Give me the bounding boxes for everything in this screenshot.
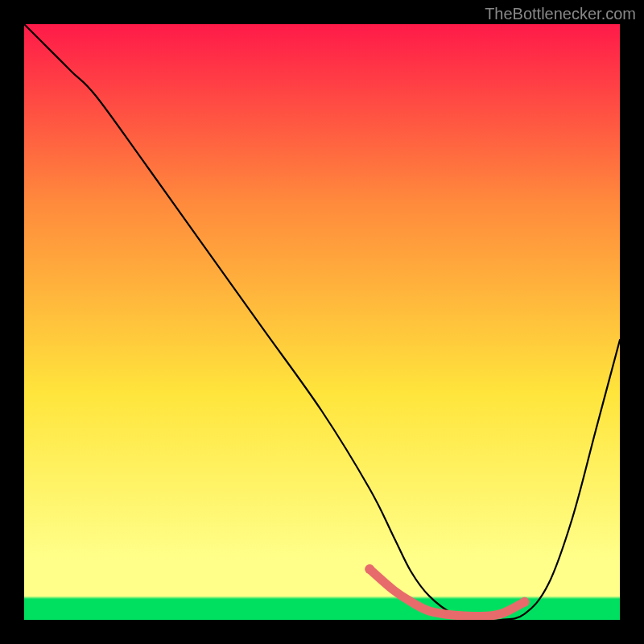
chart-svg: [24, 24, 620, 620]
svg-rect-0: [24, 24, 620, 620]
chart-area: [24, 24, 620, 620]
svg-point-1: [365, 564, 374, 574]
svg-point-2: [520, 597, 530, 607]
watermark-text: TheBottlenecker.com: [485, 5, 636, 23]
